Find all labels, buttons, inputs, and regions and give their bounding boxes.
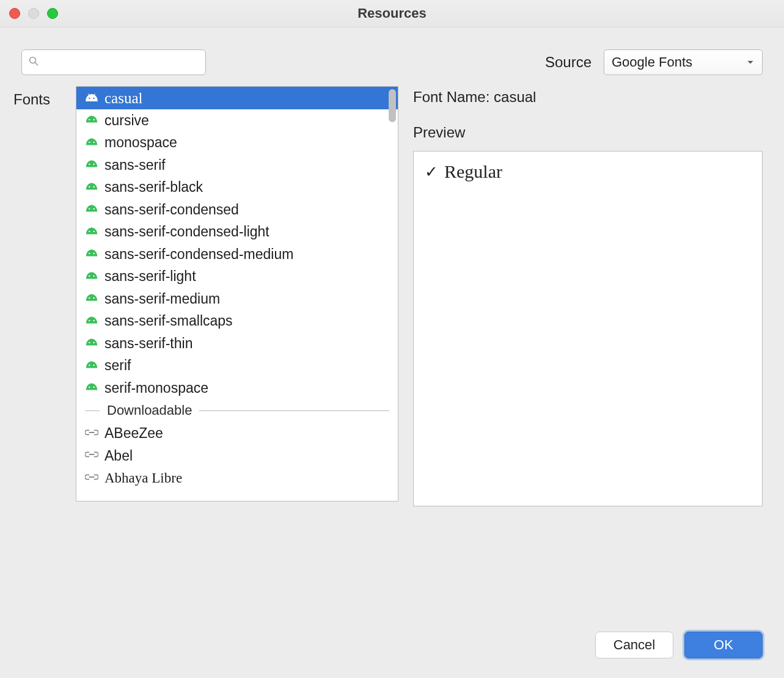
maximize-icon[interactable] xyxy=(47,8,58,19)
list-item-label: sans-serif-smallcaps xyxy=(104,313,233,328)
android-icon xyxy=(85,136,98,150)
list-item[interactable]: sans-serif-condensed-medium xyxy=(76,243,398,266)
svg-point-3 xyxy=(93,97,94,98)
group-header-label: Downloadable xyxy=(107,403,192,418)
list-item-label: sans-serif-condensed-light xyxy=(104,224,269,239)
svg-point-16 xyxy=(89,253,90,254)
minimize-icon xyxy=(28,8,39,19)
list-item[interactable]: cursive xyxy=(76,109,398,132)
list-item-label: ABeeZee xyxy=(104,426,163,440)
scrollbar-thumb[interactable] xyxy=(389,89,396,122)
window-controls xyxy=(9,8,58,19)
details-pane: Font Name: casual Preview ✓ Regular xyxy=(413,86,763,506)
list-item-label: Abhaya Libre xyxy=(104,470,182,485)
link-icon xyxy=(85,426,98,440)
window-titlebar: Resources xyxy=(0,0,784,27)
svg-point-4 xyxy=(89,119,90,120)
font-name-row: Font Name: casual xyxy=(413,89,763,106)
svg-line-1 xyxy=(35,62,38,65)
list-item-label: sans-serif-condensed xyxy=(104,202,239,217)
svg-point-6 xyxy=(89,141,90,142)
list-item-label: cursive xyxy=(104,113,149,128)
list-item[interactable]: sans-serif-smallcaps xyxy=(76,310,398,332)
list-item-label: sans-serif-thin xyxy=(104,336,192,351)
font-name-value: casual xyxy=(494,89,536,105)
preview-label: Preview xyxy=(413,124,763,141)
svg-point-14 xyxy=(89,230,90,231)
svg-point-23 xyxy=(93,319,94,321)
list-item-label: sans-serif xyxy=(104,158,166,172)
svg-point-13 xyxy=(93,208,94,210)
android-icon xyxy=(85,113,98,127)
android-icon xyxy=(85,336,98,350)
android-icon xyxy=(85,381,98,395)
android-icon xyxy=(85,225,98,239)
source-select[interactable]: Google Fonts xyxy=(604,49,763,75)
link-icon xyxy=(85,448,98,462)
svg-point-21 xyxy=(93,297,94,299)
svg-point-18 xyxy=(89,275,90,276)
chevron-down-icon xyxy=(746,54,755,70)
list-item[interactable]: casual xyxy=(76,87,398,109)
list-item-label: sans-serif-medium xyxy=(104,291,220,306)
android-icon xyxy=(85,202,98,216)
svg-point-9 xyxy=(93,164,94,165)
list-item-label: serif xyxy=(104,358,131,373)
list-item[interactable]: ABeeZee xyxy=(76,422,398,445)
list-item[interactable]: serif-monospace xyxy=(76,377,398,399)
svg-point-29 xyxy=(93,387,94,388)
svg-point-20 xyxy=(89,297,90,299)
list-item[interactable]: Abel xyxy=(76,445,398,467)
svg-point-24 xyxy=(89,342,90,343)
svg-point-2 xyxy=(89,97,90,98)
list-item[interactable]: monospace xyxy=(76,131,398,154)
android-icon xyxy=(85,180,98,194)
list-item[interactable]: sans-serif-light xyxy=(76,265,398,288)
group-header-downloadable: Downloadable xyxy=(76,399,398,422)
preview-variant-label: Regular xyxy=(444,161,502,182)
svg-point-27 xyxy=(93,364,94,365)
search-box[interactable] xyxy=(21,49,206,75)
link-icon xyxy=(85,471,98,485)
list-item[interactable]: Abhaya Libre xyxy=(76,467,398,489)
content: Fonts casual cursive monospace sa xyxy=(0,86,784,506)
preview-box: ✓ Regular xyxy=(413,151,763,506)
android-icon xyxy=(85,247,98,261)
font-name-label: Font Name: xyxy=(413,89,489,105)
cancel-button[interactable]: Cancel xyxy=(595,632,673,658)
android-icon xyxy=(85,158,98,172)
svg-point-22 xyxy=(89,319,90,321)
source-label: Source xyxy=(545,54,592,71)
svg-point-8 xyxy=(89,164,90,165)
list-item[interactable]: sans-serif-condensed-light xyxy=(76,221,398,243)
android-icon xyxy=(85,291,98,305)
android-icon xyxy=(85,314,98,328)
svg-point-28 xyxy=(89,387,90,388)
svg-point-26 xyxy=(89,364,90,365)
svg-point-19 xyxy=(93,275,94,276)
android-icon xyxy=(85,359,98,373)
list-item-label: sans-serif-light xyxy=(104,269,196,283)
list-item[interactable]: sans-serif-black xyxy=(76,176,398,199)
android-icon xyxy=(85,269,98,283)
source-select-value: Google Fonts xyxy=(612,54,692,70)
list-item-label: serif-monospace xyxy=(104,381,208,395)
list-item[interactable]: sans-serif-thin xyxy=(76,332,398,355)
svg-point-12 xyxy=(89,208,90,210)
svg-point-10 xyxy=(89,186,90,187)
preview-variant-row[interactable]: ✓ Regular xyxy=(425,161,751,182)
fonts-section-label: Fonts xyxy=(12,86,61,506)
dialog-buttons: Cancel OK xyxy=(595,632,763,658)
list-item[interactable]: serif xyxy=(76,354,398,377)
list-item[interactable]: sans-serif-medium xyxy=(76,288,398,310)
close-icon[interactable] xyxy=(9,8,20,19)
list-item-label: sans-serif-black xyxy=(104,180,203,194)
list-item[interactable]: sans-serif xyxy=(76,154,398,177)
search-input[interactable] xyxy=(44,55,199,70)
list-item-label: monospace xyxy=(104,135,177,150)
font-list[interactable]: casual cursive monospace sans-serif sans… xyxy=(76,86,398,501)
svg-point-7 xyxy=(93,141,94,142)
ok-button[interactable]: OK xyxy=(684,632,763,658)
android-icon xyxy=(85,90,98,106)
list-item[interactable]: sans-serif-condensed xyxy=(76,199,398,221)
